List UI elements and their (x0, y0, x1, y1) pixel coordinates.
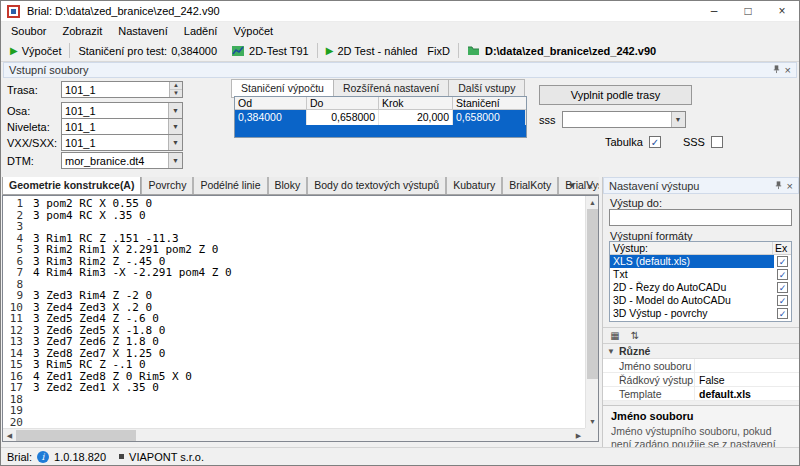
pin-icon[interactable] (772, 64, 781, 76)
maximize-button[interactable]: □ (731, 1, 765, 21)
stanice-table[interactable]: Od Do Krok Staničení 0,384000 0,658000 2… (234, 96, 527, 138)
sort-alpha-icon[interactable]: ⇅ (627, 329, 643, 343)
editor-lines[interactable]: 13 pom2 RC X 0.55 023 pom4 RC X .35 0343… (5, 198, 584, 427)
line-number: 20 (5, 417, 23, 428)
format-row-0[interactable]: XLS (default.xls)✓ (610, 255, 791, 268)
spin-down-icon[interactable]: ▼ (170, 89, 182, 97)
field-combobox-3[interactable]: 101_1▼ (61, 134, 183, 151)
table-cell-od[interactable]: 0,384000 (235, 110, 307, 125)
editor-tab-2[interactable]: Podélné linie (193, 177, 267, 194)
dropdown-icon[interactable]: ▼ (671, 112, 685, 127)
property-row-0[interactable]: Jméno souboru (603, 359, 799, 373)
info-icon[interactable]: i (37, 451, 49, 463)
editor-tab-0[interactable]: Geometrie konstrukce(A) (2, 177, 141, 195)
tab-list-dropdown-icon[interactable]: ▼ (564, 179, 580, 193)
table-cell-krok[interactable]: 20,000 (379, 110, 453, 125)
editor-tab-4[interactable]: Body do textových výstupů (307, 177, 446, 194)
menu-item-0[interactable]: Soubor (3, 23, 54, 39)
output-to-input[interactable] (609, 209, 792, 226)
scroll-right-icon[interactable]: ▶ (572, 429, 585, 442)
format-row-1[interactable]: Txt✓ (610, 268, 791, 281)
field-combobox-2[interactable]: 101_1▼ (61, 118, 183, 135)
vypocet-button[interactable]: ▶ Výpočet (5, 45, 66, 57)
fill-by-route-button[interactable]: Vyplnit podle trasy (539, 85, 692, 105)
table-selected-empty-row[interactable] (235, 125, 526, 137)
sss-checkbox[interactable] (711, 136, 723, 148)
line-text: 3 Zed3 Rim4 Z -2 0 (33, 290, 152, 302)
format-checkbox[interactable]: ✓ (777, 295, 788, 306)
field-combobox-1[interactable]: 101_1▼ (61, 102, 183, 119)
editor-tab-3[interactable]: Bloky (268, 177, 308, 194)
vertical-scroll-thumb[interactable] (587, 209, 598, 379)
panel-close-icon[interactable]: × (785, 64, 791, 76)
categorized-icon[interactable]: ▦ (607, 329, 623, 343)
status-separator-dot-icon (119, 454, 124, 459)
scroll-left-icon[interactable]: ◀ (3, 429, 16, 442)
property-row-1[interactable]: Řádkový výstupFalse (603, 373, 799, 387)
dropdown-icon[interactable]: ▼ (168, 103, 182, 118)
nahled-2d-button[interactable]: ▶ 2D Test - náhled (321, 45, 423, 57)
format-column-header[interactable]: Výstup: (610, 242, 773, 254)
fixd-label: FixD (427, 45, 450, 57)
dropdown-icon[interactable]: ▼ (168, 153, 182, 168)
table-header-od[interactable]: Od (235, 97, 307, 110)
property-value (695, 359, 799, 372)
horizontal-scroll-thumb[interactable] (16, 430, 136, 441)
test-2d-button[interactable]: 2D-Test T91 (226, 44, 314, 57)
menu-item-3[interactable]: Ladění (176, 23, 226, 39)
table-header-krok[interactable]: Krok (379, 97, 453, 110)
minimize-button[interactable]: – (697, 1, 731, 21)
format-checkbox[interactable]: ✓ (777, 308, 788, 319)
window-title: Brial: D:\data\zed_branice\zed_242.v90 (27, 5, 220, 17)
format-checkbox[interactable]: ✓ (777, 282, 788, 293)
property-row-2[interactable]: Templatedefault.xls (603, 387, 799, 401)
format-row-2[interactable]: 2D - Řezy do AutoCADu✓ (610, 281, 791, 294)
input-panel-body: Trasa:101_1▲▼Osa:101_1▼Niveleta:101_1▼VX… (1, 78, 799, 174)
editor-line: 23 pom4 RC X .35 0 (5, 210, 584, 222)
status-version: 1.0.18.820 (54, 451, 106, 463)
editor-line: 113 Zed5 Zed4 Z -.6 0 (5, 313, 584, 325)
scroll-down-icon[interactable]: ▼ (586, 415, 599, 428)
menu-item-4[interactable]: Výpočet (225, 23, 281, 39)
line-number: 3 (5, 221, 23, 233)
tab-close-icon[interactable]: × (582, 179, 598, 193)
format-checkbox[interactable]: ✓ (777, 269, 788, 280)
menu-item-2[interactable]: Nastavení (110, 23, 176, 39)
current-file-item[interactable]: D:\data\zed_branice\zed_242.v90 (462, 44, 661, 57)
line-text: 3 pom4 RC X .35 0 (33, 210, 146, 222)
sss-combobox[interactable]: ▼ (562, 111, 686, 128)
property-group-row[interactable]: ▼ Různé (603, 344, 799, 359)
field-combobox-0[interactable]: 101_1▲▼ (61, 81, 183, 98)
format-row-4[interactable]: 3D Výstup - povrchy✓ (610, 307, 791, 320)
format-checkbox[interactable]: ✓ (777, 256, 788, 267)
spin-up-icon[interactable]: ▲ (170, 82, 182, 89)
field-combobox-4[interactable]: mor_branice.dt4▼ (61, 152, 183, 169)
editor-tab-5[interactable]: Kubatury (446, 177, 502, 194)
dropdown-icon[interactable]: ▼ (168, 119, 182, 134)
table-header-stanice[interactable]: Staničení (453, 97, 526, 110)
input-field-row-1: Osa:101_1▼ (7, 102, 183, 119)
property-description: Jméno souboru Jméno výstupního souboru, … (603, 405, 799, 447)
stanice-test-value[interactable]: 0,384000 (171, 45, 221, 57)
format-row-3[interactable]: 3D - Model do AutoCADu✓ (610, 294, 791, 307)
close-button[interactable]: × (765, 1, 799, 21)
editor-tab-1[interactable]: Povrchy (141, 177, 193, 194)
pin-icon[interactable] (774, 180, 783, 192)
table-header-do[interactable]: Do (307, 97, 379, 110)
tabulka-checkbox[interactable]: ✓ (649, 136, 661, 148)
code-editor[interactable]: 13 pom2 RC X 0.55 023 pom4 RC X .35 0343… (2, 195, 599, 442)
editor-line: 133 Zed7 Zed6 Z 1.8 0 (5, 336, 584, 348)
output-panel-title: Nastavení výstupu (609, 180, 700, 192)
horizontal-scrollbar[interactable]: ◀ ▶ (3, 428, 585, 441)
fixd-button[interactable]: FixD (422, 45, 455, 57)
table-cell-do[interactable]: 0,658000 (307, 110, 379, 125)
vertical-scrollbar[interactable]: ▲ ▼ (585, 196, 598, 428)
scroll-up-icon[interactable]: ▲ (586, 196, 599, 209)
dropdown-icon[interactable]: ▼ (168, 135, 182, 150)
test-2d-label: 2D-Test T91 (249, 45, 309, 57)
panel-close-icon[interactable]: × (787, 180, 793, 192)
table-cell-stanice[interactable]: 0,658000 (453, 110, 526, 125)
editor-tab-6[interactable]: BrialKoty (502, 177, 558, 194)
menu-item-1[interactable]: Zobrazit (54, 23, 110, 39)
export-column-header[interactable]: Ex (773, 242, 791, 254)
